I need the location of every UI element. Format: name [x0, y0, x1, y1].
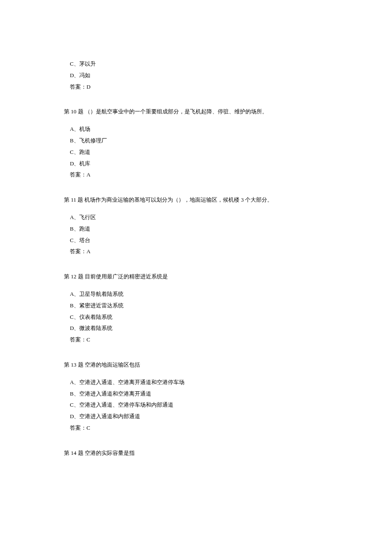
- option-a: A、空港进入通道、空港离开通道和空港停车场: [70, 378, 328, 387]
- option-b: B、飞机修理厂: [70, 136, 328, 145]
- option-a: A、卫星导航着陆系统: [70, 290, 328, 299]
- answer-text: 答案：C: [70, 424, 328, 433]
- question-10: 第 10 题 （）是航空事业中的一个重要组成部分，是飞机起降、停驻、维护的场所。…: [64, 107, 328, 179]
- answer-text: 答案：A: [70, 171, 328, 179]
- question-title: 第 13 题 空港的地面运输区包括: [64, 361, 328, 370]
- option-b: B、跑道: [70, 225, 328, 234]
- question-title: 第 10 题 （）是航空事业中的一个重要组成部分，是飞机起降、停驻、维护的场所。: [64, 107, 328, 116]
- option-c: C、仪表着陆系统: [70, 313, 328, 322]
- option-a: A、机场: [70, 125, 328, 134]
- option-c: C、塔台: [70, 236, 328, 245]
- option-a: A、飞行区: [70, 213, 328, 222]
- question-12: 第 12 题 目前使用最广泛的精密进近系统是 A、卫星导航着陆系统 B、紧密进近…: [64, 272, 328, 344]
- answer-text: 答案：D: [70, 83, 328, 92]
- question-14: 第 14 题 空港的实际容量是指: [64, 449, 328, 458]
- option-b: B、空港进入通道和空港离开通道: [70, 390, 328, 399]
- answer-text: 答案：C: [70, 335, 328, 344]
- question-13: 第 13 题 空港的地面运输区包括 A、空港进入通道、空港离开通道和空港停车场 …: [64, 361, 328, 433]
- option-d: D、机库: [70, 159, 328, 168]
- answer-text: 答案：A: [70, 247, 328, 256]
- question-title: 第 12 题 目前使用最广泛的精密进近系统是: [64, 272, 328, 281]
- option-d: D、冯如: [70, 71, 328, 80]
- question-9-remaining: C、茅以升 D、冯如 答案：D: [64, 60, 328, 91]
- option-c: C、跑道: [70, 148, 328, 157]
- question-11: 第 11 题 机场作为商业运输的基地可以划分为（），地面运输区，候机楼 3 个大…: [64, 196, 328, 256]
- document-page: C、茅以升 D、冯如 答案：D 第 10 题 （）是航空事业中的一个重要组成部分…: [0, 0, 392, 492]
- option-c: C、茅以升: [70, 60, 328, 69]
- question-title: 第 14 题 空港的实际容量是指: [64, 449, 328, 458]
- option-d: D、微波着陆系统: [70, 324, 328, 333]
- option-c: C、空港进入通道、空港停车场和内部通道: [70, 401, 328, 410]
- option-b: B、紧密进近雷达系统: [70, 301, 328, 310]
- question-title: 第 11 题 机场作为商业运输的基地可以划分为（），地面运输区，候机楼 3 个大…: [64, 196, 328, 205]
- option-d: D、空港进入通道和内部通道: [70, 412, 328, 421]
